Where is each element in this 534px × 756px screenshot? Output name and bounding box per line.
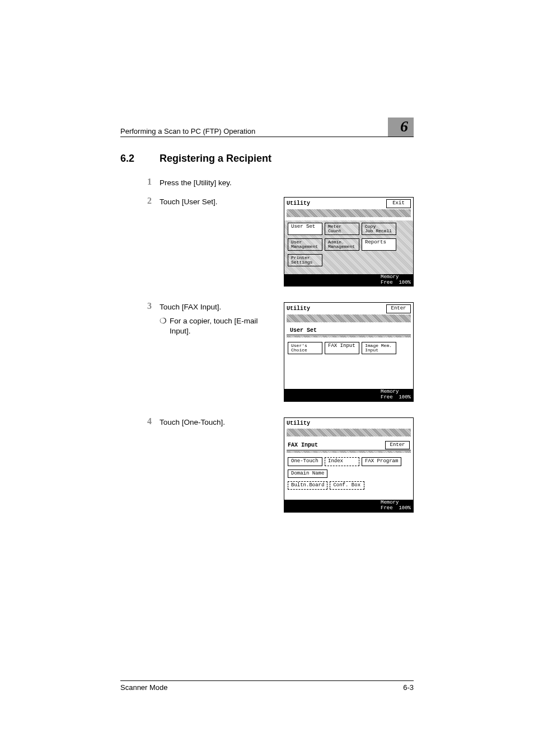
- lcd-title: Utility: [287, 200, 310, 208]
- users-choice-button[interactable]: User's Choice: [288, 342, 322, 354]
- lcd-hatched-bar: [287, 209, 411, 217]
- lcd-title: Utility: [287, 305, 310, 313]
- lcd-title: Utility: [287, 420, 310, 428]
- chapter-number-box: 6: [388, 118, 414, 137]
- printer-settings-button[interactable]: Printer Settings: [288, 254, 322, 266]
- step-text: Touch [FAX Input].: [160, 302, 269, 312]
- bullet-text: For a copier, touch [E-mail Input].: [170, 316, 269, 336]
- step-text: Touch [One-Touch].: [160, 417, 269, 428]
- enter-button[interactable]: Enter: [385, 441, 410, 449]
- section-number: 6.2: [120, 153, 160, 165]
- footer-left: Scanner Mode: [120, 683, 168, 692]
- copy-job-recall-button[interactable]: Copy Job Recall: [362, 223, 396, 235]
- reports-button[interactable]: Reports: [362, 238, 396, 251]
- lcd-screenshot-utility: Utility Exit User Set Meter Count Copy J…: [284, 197, 414, 287]
- conf-box-button[interactable]: Conf. Box: [330, 481, 364, 490]
- domain-name-button[interactable]: Domain Name: [288, 469, 327, 478]
- section-heading: 6.2 Registering a Recipient: [120, 153, 414, 165]
- index-button[interactable]: Index: [325, 457, 359, 466]
- step-3: 3 Touch [FAX Input]. ❍ For a copier, tou…: [120, 301, 414, 402]
- step-number: 3: [120, 301, 160, 402]
- one-touch-button[interactable]: One-Touch: [288, 457, 322, 466]
- enter-button[interactable]: Enter: [386, 304, 411, 313]
- step-1: 1 Press the [Utility] key.: [120, 177, 414, 188]
- lcd-hatched-bar: [287, 314, 411, 322]
- step-number: 1: [120, 177, 160, 188]
- footer-page-number: 6-3: [403, 683, 414, 692]
- step-4: 4 Touch [One-Touch]. Utility FAX Input E…: [120, 416, 414, 513]
- meter-count-button[interactable]: Meter Count: [325, 223, 359, 235]
- running-header-text: Performing a Scan to PC (FTP) Operation: [120, 127, 255, 135]
- bullet-icon: ❍: [160, 316, 170, 336]
- fax-input-button[interactable]: FAX Input: [325, 342, 359, 354]
- step-number: 4: [120, 416, 160, 513]
- step-text: Touch [User Set].: [160, 197, 269, 207]
- lcd-screenshot-fax-input: Utility FAX Input Enter One-Touch Index …: [284, 417, 414, 513]
- lcd-section-label: FAX Input: [288, 442, 318, 449]
- lcd-hatched-thin: [287, 336, 411, 337]
- exit-button[interactable]: Exit: [386, 199, 411, 208]
- step-text: Press the [Utility] key.: [160, 177, 414, 188]
- lcd-section-label: User Set: [287, 326, 411, 336]
- step-2: 2 Touch [User Set]. Utility Exit User Se…: [120, 196, 414, 287]
- lcd-screenshot-user-set: Utility Enter User Set User's Choice FAX…: [284, 302, 414, 402]
- image-mem-input-button[interactable]: Image Mem. Input: [362, 342, 396, 354]
- admin-management-button[interactable]: Admin. Management: [325, 238, 359, 251]
- lcd-memory-status: Memory Free100%: [284, 274, 413, 287]
- page-footer: Scanner Mode 6-3: [120, 680, 414, 692]
- lcd-hatched-thin: [287, 451, 411, 453]
- sub-bullet: ❍ For a copier, touch [E-mail Input].: [160, 316, 269, 336]
- lcd-hatched-bar: [287, 429, 411, 436]
- step-number: 2: [120, 196, 160, 287]
- user-set-button[interactable]: User Set: [288, 223, 322, 235]
- lcd-memory-status: Memory Free100%: [284, 389, 413, 401]
- bulletin-board-button[interactable]: Bultn.Board: [288, 481, 327, 490]
- section-title: Registering a Recipient: [160, 153, 271, 165]
- fax-program-button[interactable]: FAX Program: [362, 457, 401, 466]
- running-header: Performing a Scan to PC (FTP) Operation …: [120, 118, 414, 137]
- user-management-button[interactable]: User Management: [288, 238, 322, 251]
- lcd-memory-status: Memory Free100%: [284, 500, 413, 512]
